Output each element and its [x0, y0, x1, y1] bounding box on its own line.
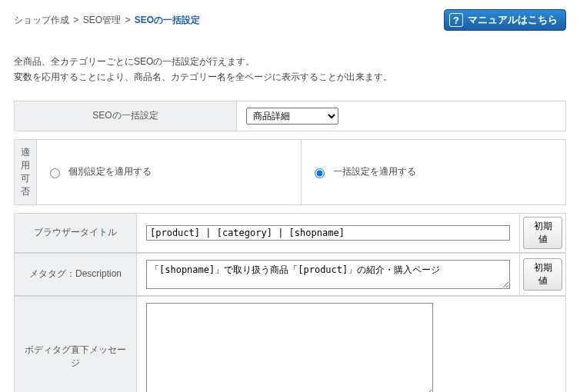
- breadcrumb-item[interactable]: ショップ作成: [14, 15, 69, 25]
- breadcrumb: ショップ作成 > SEO管理 > SEOの一括設定: [14, 14, 200, 27]
- apply-table: 適用可否 個別設定を適用する 一括設定を適用する: [14, 139, 566, 205]
- breadcrumb-sep: >: [125, 15, 130, 25]
- breadcrumb-item[interactable]: SEO管理: [83, 15, 121, 25]
- meta-desc-label: メタタグ：Description: [14, 253, 137, 296]
- body-msg-textarea[interactable]: [146, 303, 433, 392]
- breadcrumb-current: SEOの一括設定: [135, 15, 200, 25]
- browser-title-input[interactable]: [146, 225, 510, 241]
- meta-desc-reset-button[interactable]: 初期値: [523, 258, 562, 291]
- help-icon: ?: [449, 13, 463, 27]
- fields-table: ブラウザータイトル 初期値 メタタグ：Description 「[shopnam…: [14, 213, 566, 392]
- breadcrumb-sep: >: [73, 15, 78, 25]
- apply-bulk-radio[interactable]: [315, 168, 325, 178]
- browser-title-label: ブラウザータイトル: [14, 213, 137, 253]
- manual-button[interactable]: ? マニュアルはこちら: [444, 9, 566, 31]
- apply-individual-radio[interactable]: [50, 168, 60, 178]
- section-select-label: SEOの一括設定: [14, 101, 237, 131]
- manual-button-label: マニュアルはこちら: [468, 13, 558, 27]
- body-msg-label: ボディタグ直下メッセージ: [14, 296, 137, 392]
- apply-individual-option[interactable]: 個別設定を適用する: [46, 165, 292, 178]
- apply-bulk-label: 一括設定を適用する: [333, 165, 416, 178]
- browser-title-reset-button[interactable]: 初期値: [523, 217, 562, 249]
- apply-label: 適用可否: [14, 139, 37, 205]
- apply-bulk-option[interactable]: 一括設定を適用する: [311, 165, 556, 178]
- apply-individual-label: 個別設定を適用する: [68, 165, 152, 178]
- section-select-table: SEOの一括設定 商品詳細: [14, 101, 566, 131]
- section-select[interactable]: 商品詳細: [246, 108, 338, 125]
- meta-desc-textarea[interactable]: 「[shopname]」で取り扱う商品「[product]」の紹介・購入ページ: [146, 260, 510, 289]
- intro-text: 全商品、全カテゴリーごとにSEOの一括設定が行えます。 変数を応用することにより…: [14, 54, 566, 85]
